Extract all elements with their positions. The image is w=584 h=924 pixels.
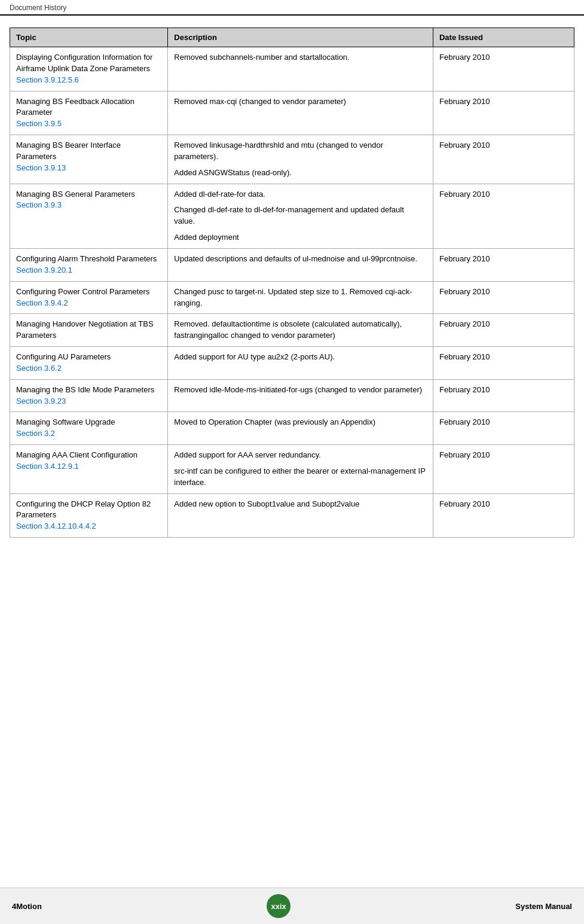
section-link[interactable]: Section 3.4.12.9.1 bbox=[16, 462, 79, 471]
description-paragraph: Changed pusc to target-ni. Updated step … bbox=[174, 286, 427, 309]
col-header-topic: Topic bbox=[10, 28, 168, 47]
cell-description: Added support for AAA server redundancy.… bbox=[168, 445, 433, 494]
topic-text: Managing BS Feedback Allocation Paramete… bbox=[16, 97, 134, 117]
section-link[interactable]: Section 3.9.12.5.6 bbox=[16, 75, 79, 84]
footer-right: System Manual bbox=[515, 902, 572, 911]
table-row: Displaying Configuration Information for… bbox=[10, 47, 574, 92]
cell-description: Added new option to Subopt1value and Sub… bbox=[168, 493, 433, 538]
cell-topic: Configuring Power Control ParametersSect… bbox=[10, 281, 168, 314]
description-paragraph: Added deployment bbox=[174, 232, 427, 243]
cell-date: February 2010 bbox=[433, 91, 574, 135]
cell-date: February 2010 bbox=[433, 379, 574, 412]
cell-topic: Displaying Configuration Information for… bbox=[10, 47, 168, 92]
section-link[interactable]: Section 3.9.23 bbox=[16, 397, 66, 405]
page-number: xxix bbox=[271, 902, 286, 911]
topic-text: Configuring AU Parameters bbox=[16, 352, 111, 361]
topic-text: Managing Software Upgrade bbox=[16, 417, 115, 426]
description-paragraph: Added support for AU type au2x2 (2-ports… bbox=[174, 352, 427, 363]
section-link[interactable]: Section 3.9.4.2 bbox=[16, 298, 68, 307]
table-header-row: Topic Description Date Issued bbox=[10, 28, 574, 47]
description-paragraph: Added support for AAA server redundancy. bbox=[174, 450, 427, 461]
description-paragraph: Added dl-def-rate-for data. bbox=[174, 189, 427, 200]
cell-description: Removed. defaultactiontime is obsolete (… bbox=[168, 314, 433, 347]
description-paragraph: Removed linkusage-hardthrshld and mtu (c… bbox=[174, 140, 427, 163]
col-header-date: Date Issued bbox=[433, 28, 574, 47]
table-row: Managing Handover Negotiation at TBS Par… bbox=[10, 314, 574, 347]
table-row: Configuring AU ParametersSection 3.6.2Ad… bbox=[10, 347, 574, 380]
table-row: Managing BS General ParametersSection 3.… bbox=[10, 184, 574, 248]
topic-text: Managing AAA Client Configuration bbox=[16, 450, 137, 459]
table-row: Managing AAA Client ConfigurationSection… bbox=[10, 445, 574, 494]
cell-topic: Managing Software UpgradeSection 3.2 bbox=[10, 412, 168, 445]
document-history-table: Topic Description Date Issued Displaying… bbox=[10, 28, 574, 538]
topic-text: Managing the BS Idle Mode Parameters bbox=[16, 385, 154, 394]
cell-date: February 2010 bbox=[433, 445, 574, 494]
cell-date: February 2010 bbox=[433, 47, 574, 92]
table-row: Managing BS Feedback Allocation Paramete… bbox=[10, 91, 574, 135]
section-link[interactable]: Section 3.2 bbox=[16, 429, 55, 438]
cell-date: February 2010 bbox=[433, 248, 574, 281]
table-row: Configuring the DHCP Relay Option 82 Par… bbox=[10, 493, 574, 538]
description-paragraph: Moved to Operation Chapter (was previous… bbox=[174, 417, 427, 428]
topic-text: Configuring Power Control Parameters bbox=[16, 287, 149, 296]
description-paragraph: Removed max-cqi (changed to vendor param… bbox=[174, 96, 427, 108]
section-link[interactable]: Section 3.6.2 bbox=[16, 364, 62, 373]
description-paragraph: src-intf can be configured to either the… bbox=[174, 466, 427, 489]
table-row: Managing Software UpgradeSection 3.2Move… bbox=[10, 412, 574, 445]
col-header-description: Description bbox=[168, 28, 433, 47]
cell-date: February 2010 bbox=[433, 184, 574, 248]
header-title: Document History bbox=[10, 4, 66, 12]
cell-topic: Configuring AU ParametersSection 3.6.2 bbox=[10, 347, 168, 380]
section-link[interactable]: Section 3.4.12.10.4.4.2 bbox=[16, 522, 96, 530]
cell-date: February 2010 bbox=[433, 493, 574, 538]
description-paragraph: Changed dl-def-rate to dl-def-for-manage… bbox=[174, 205, 427, 227]
description-paragraph: Removed. defaultactiontime is obsolete (… bbox=[174, 319, 427, 341]
cell-topic: Configuring Alarm Threshold ParametersSe… bbox=[10, 248, 168, 281]
cell-topic: Managing BS Feedback Allocation Paramete… bbox=[10, 91, 168, 135]
cell-description: Added dl-def-rate-for data.Changed dl-de… bbox=[168, 184, 433, 248]
description-paragraph: Added ASNGWStatus (read-only). bbox=[174, 167, 427, 179]
description-paragraph: Added new option to Subopt1value and Sub… bbox=[174, 499, 427, 510]
table-row: Managing BS Bearer Interface ParametersS… bbox=[10, 135, 574, 184]
section-link[interactable]: Section 3.9.20.1 bbox=[16, 266, 72, 275]
cell-date: February 2010 bbox=[433, 314, 574, 347]
footer-left: 4Motion bbox=[12, 902, 42, 911]
topic-text: Configuring the DHCP Relay Option 82 Par… bbox=[16, 499, 151, 520]
cell-topic: Managing BS General ParametersSection 3.… bbox=[10, 184, 168, 248]
cell-date: February 2010 bbox=[433, 412, 574, 445]
cell-date: February 2010 bbox=[433, 135, 574, 184]
cell-topic: Configuring the DHCP Relay Option 82 Par… bbox=[10, 493, 168, 538]
topic-text: Managing Handover Negotiation at TBS Par… bbox=[16, 319, 154, 340]
table-row: Managing the BS Idle Mode ParametersSect… bbox=[10, 379, 574, 412]
description-paragraph: Updated descriptions and defaults of ul-… bbox=[174, 254, 427, 265]
cell-topic: Managing Handover Negotiation at TBS Par… bbox=[10, 314, 168, 347]
cell-topic: Managing the BS Idle Mode ParametersSect… bbox=[10, 379, 168, 412]
description-paragraph: Removed idle-Mode-ms-initiated-for-ugs (… bbox=[174, 385, 427, 396]
page-number-badge: xxix bbox=[267, 894, 291, 918]
topic-text: Displaying Configuration Information for… bbox=[16, 53, 152, 73]
cell-date: February 2010 bbox=[433, 281, 574, 314]
page-content: Topic Description Date Issued Displaying… bbox=[0, 16, 584, 888]
table-row: Configuring Alarm Threshold ParametersSe… bbox=[10, 248, 574, 281]
section-link[interactable]: Section 3.9.3 bbox=[16, 200, 62, 209]
page-footer: 4Motion xxix System Manual bbox=[0, 888, 584, 924]
topic-text: Configuring Alarm Threshold Parameters bbox=[16, 254, 157, 263]
cell-date: February 2010 bbox=[433, 347, 574, 380]
cell-description: Changed pusc to target-ni. Updated step … bbox=[168, 281, 433, 314]
topic-text: Managing BS Bearer Interface Parameters bbox=[16, 141, 121, 161]
topic-text: Managing BS General Parameters bbox=[16, 190, 135, 199]
page-header: Document History bbox=[0, 0, 584, 16]
cell-description: Removed max-cqi (changed to vendor param… bbox=[168, 91, 433, 135]
description-paragraph: Removed subchannels-number and startallo… bbox=[174, 52, 427, 63]
cell-description: Moved to Operation Chapter (was previous… bbox=[168, 412, 433, 445]
cell-topic: Managing BS Bearer Interface ParametersS… bbox=[10, 135, 168, 184]
cell-topic: Managing AAA Client ConfigurationSection… bbox=[10, 445, 168, 494]
cell-description: Removed linkusage-hardthrshld and mtu (c… bbox=[168, 135, 433, 184]
cell-description: Removed subchannels-number and startallo… bbox=[168, 47, 433, 92]
section-link[interactable]: Section 3.9.5 bbox=[16, 119, 62, 128]
section-link[interactable]: Section 3.9.13 bbox=[16, 163, 66, 172]
table-row: Configuring Power Control ParametersSect… bbox=[10, 281, 574, 314]
cell-description: Removed idle-Mode-ms-initiated-for-ugs (… bbox=[168, 379, 433, 412]
cell-description: Added support for AU type au2x2 (2-ports… bbox=[168, 347, 433, 380]
cell-description: Updated descriptions and defaults of ul-… bbox=[168, 248, 433, 281]
